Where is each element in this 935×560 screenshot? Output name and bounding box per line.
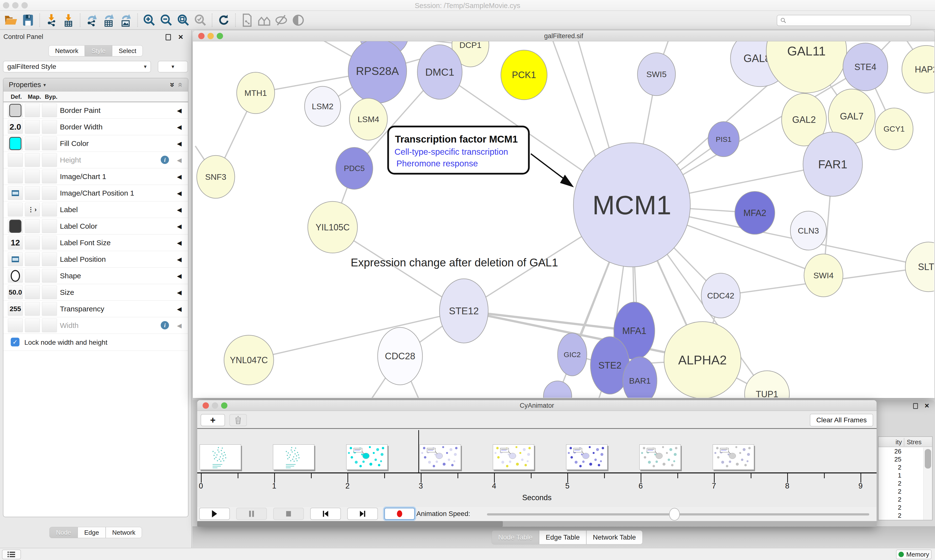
network-node-far1[interactable]: FAR1 bbox=[803, 132, 862, 196]
collapse-arrow-icon[interactable]: ◀ bbox=[177, 157, 182, 164]
task-history-button[interactable] bbox=[2, 549, 21, 559]
map-cell[interactable] bbox=[25, 318, 40, 332]
network-window-titlebar[interactable]: galFiltered.sif bbox=[193, 31, 935, 42]
column-stress[interactable]: Stres bbox=[907, 438, 922, 446]
def-cell[interactable]: 255 bbox=[8, 302, 23, 316]
table-scrollbar[interactable] bbox=[923, 448, 932, 520]
byp-cell[interactable] bbox=[42, 252, 57, 266]
info-icon[interactable]: i bbox=[161, 156, 169, 164]
save-session-button[interactable] bbox=[20, 13, 37, 28]
show-graphics-details-button[interactable] bbox=[290, 13, 307, 28]
memory-button[interactable]: Memory bbox=[896, 549, 932, 559]
default-value[interactable]: 50.0 bbox=[9, 289, 22, 296]
property-row[interactable]: Label Position◀ bbox=[3, 251, 188, 268]
float-panel-icon[interactable] bbox=[165, 34, 171, 40]
property-row[interactable]: Border Paint◀ bbox=[3, 102, 188, 119]
tab-node-style[interactable]: Node bbox=[49, 527, 78, 538]
byp-cell[interactable] bbox=[42, 169, 57, 183]
float-panel-icon[interactable] bbox=[913, 403, 918, 409]
timeline-playhead[interactable] bbox=[418, 430, 419, 473]
collapse-arrow-icon[interactable]: ◀ bbox=[177, 306, 182, 312]
network-node-tup1[interactable]: TUP1 bbox=[745, 371, 789, 398]
tab-node-table[interactable]: Node Table bbox=[492, 530, 539, 545]
properties-header[interactable]: Properties ▾ » « bbox=[3, 78, 188, 91]
frame-thumbnail-3[interactable] bbox=[420, 445, 461, 470]
collapse-arrow-icon[interactable]: ◀ bbox=[177, 256, 182, 263]
collapse-arrow-icon[interactable]: ◀ bbox=[177, 272, 182, 280]
property-row[interactable]: Heighti◀ bbox=[3, 152, 188, 168]
def-cell[interactable]: 12 bbox=[8, 236, 23, 249]
tab-select[interactable]: Select bbox=[112, 45, 143, 57]
cyanimator-titlebar[interactable]: CyAnimator bbox=[197, 400, 876, 411]
network-node-snf3[interactable]: SNF3 bbox=[197, 155, 235, 198]
tab-network-table[interactable]: Network Table bbox=[586, 530, 643, 545]
byp-cell[interactable] bbox=[42, 153, 57, 167]
network-overview-button[interactable] bbox=[256, 13, 273, 28]
def-cell[interactable] bbox=[8, 269, 23, 283]
column-centrality[interactable]: ity bbox=[878, 438, 902, 446]
property-row[interactable]: Image/Chart 1◀ bbox=[3, 168, 188, 185]
tab-edge-style[interactable]: Edge bbox=[78, 527, 106, 538]
def-cell[interactable]: 2.0 bbox=[8, 120, 23, 134]
default-value[interactable]: 12 bbox=[11, 238, 20, 248]
map-cell[interactable] bbox=[25, 236, 40, 249]
network-node-dmc1[interactable]: DMC1 bbox=[417, 45, 462, 99]
property-row[interactable]: 255Transparency◀ bbox=[3, 301, 188, 317]
default-value[interactable]: 255 bbox=[10, 305, 21, 313]
close-panel-icon[interactable]: × bbox=[924, 401, 929, 410]
zoom-out-button[interactable] bbox=[158, 13, 175, 28]
network-canvas[interactable]: GAL80GAL11DCP1RPS28ADMC1PCK1SWI5STE4HAP2… bbox=[193, 42, 934, 398]
map-cell[interactable] bbox=[25, 169, 40, 183]
default-swatch[interactable] bbox=[9, 137, 22, 150]
byp-cell[interactable] bbox=[42, 269, 57, 283]
network-node-mth1[interactable]: MTH1 bbox=[237, 72, 275, 114]
table-row[interactable]: 2 bbox=[878, 464, 923, 472]
table-row[interactable]: 2 bbox=[878, 488, 923, 496]
byp-cell[interactable] bbox=[42, 120, 57, 134]
byp-cell[interactable] bbox=[42, 103, 57, 117]
collapse-all-icon[interactable]: « bbox=[176, 83, 185, 87]
frame-thumbnail-4[interactable] bbox=[493, 445, 534, 470]
map-cell[interactable] bbox=[25, 252, 40, 266]
export-table-button[interactable] bbox=[100, 13, 117, 28]
collapse-arrow-icon[interactable]: ◀ bbox=[177, 123, 182, 131]
network-node-mfa2[interactable]: MFA2 bbox=[735, 191, 775, 234]
network-node-cdc42[interactable]: CDC42 bbox=[701, 273, 740, 318]
map-cell[interactable] bbox=[25, 269, 40, 283]
network-node-hap2[interactable]: HAP2 bbox=[902, 46, 934, 93]
network-node-cdc28[interactable]: CDC28 bbox=[378, 328, 423, 385]
lock-checkbox[interactable]: ✓ bbox=[11, 338, 20, 346]
network-node-alpha2[interactable]: ALPHA2 bbox=[664, 322, 741, 398]
play-button[interactable] bbox=[199, 508, 230, 520]
collapse-arrow-icon[interactable]: ◀ bbox=[177, 206, 182, 213]
network-node-gcy1[interactable]: GCY1 bbox=[875, 108, 913, 150]
network-node-cln3[interactable]: CLN3 bbox=[790, 211, 826, 250]
table-row[interactable]: 2 bbox=[878, 512, 923, 520]
map-cell[interactable] bbox=[25, 285, 40, 299]
search-input[interactable] bbox=[788, 15, 911, 25]
byp-cell[interactable] bbox=[42, 302, 57, 316]
table-row[interactable]: 2 bbox=[878, 504, 923, 512]
network-node-ste12[interactable]: STE12 bbox=[440, 279, 488, 343]
collapse-arrow-icon[interactable]: ◀ bbox=[177, 223, 182, 230]
property-row[interactable]: 2.0Border Width◀ bbox=[3, 119, 188, 135]
network-node-lsm2[interactable]: LSM2 bbox=[305, 86, 341, 126]
map-cell[interactable] bbox=[25, 186, 40, 200]
pause-button[interactable] bbox=[236, 508, 267, 520]
position-icon[interactable] bbox=[12, 256, 19, 262]
def-cell[interactable] bbox=[8, 186, 23, 200]
def-cell[interactable]: 50.0 bbox=[8, 285, 23, 299]
ellipse-shape-icon[interactable] bbox=[11, 270, 20, 282]
style-options-button[interactable]: ▾ bbox=[158, 61, 188, 72]
byp-cell[interactable] bbox=[42, 137, 57, 150]
map-cell[interactable] bbox=[25, 302, 40, 316]
cyanimator-timeline[interactable]: 0123456789 Seconds bbox=[197, 429, 876, 507]
network-snapshot-button[interactable] bbox=[239, 13, 256, 28]
def-cell[interactable] bbox=[8, 219, 23, 233]
property-row[interactable]: 12Label Font Size◀ bbox=[3, 234, 188, 251]
def-cell[interactable] bbox=[8, 103, 23, 117]
position-icon[interactable] bbox=[12, 190, 19, 196]
def-cell[interactable] bbox=[8, 153, 23, 167]
byp-cell[interactable] bbox=[42, 285, 57, 299]
info-icon[interactable]: i bbox=[161, 321, 169, 329]
